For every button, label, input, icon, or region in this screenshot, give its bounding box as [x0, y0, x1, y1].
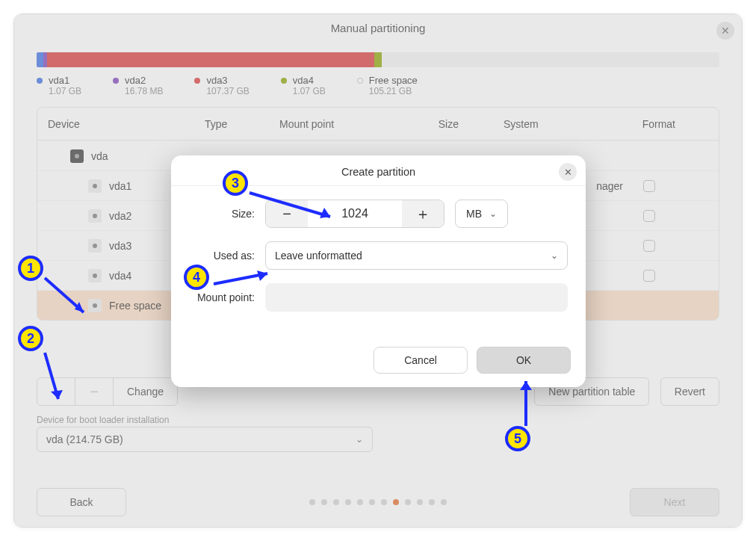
dialog-close-button[interactable]: ✕	[559, 163, 577, 181]
col-device: Device	[48, 118, 205, 130]
format-checkbox[interactable]	[643, 180, 655, 192]
col-type: Type	[205, 118, 279, 130]
next-button[interactable]: Next	[630, 488, 719, 516]
back-button[interactable]: Back	[37, 488, 126, 516]
mount-point-label: Mount point:	[189, 291, 255, 303]
page-header: Manual partitioning ✕	[14, 14, 742, 39]
legend-item: vda216.78 MB	[113, 75, 163, 96]
mount-point-input	[265, 283, 568, 312]
footer: Back Next	[14, 488, 742, 516]
table-header: Device Type Mount point Size System Form…	[37, 108, 719, 140]
bootloader-label: Device for boot loader installation	[37, 415, 719, 425]
disk-icon	[70, 149, 84, 163]
disk-icon	[88, 239, 102, 253]
disk-icon	[88, 299, 102, 312]
bootloader: Device for boot loader installation vda …	[37, 415, 719, 452]
revert-button[interactable]: Revert	[660, 377, 719, 406]
legend-item: vda3107.37 GB	[194, 75, 249, 96]
col-size: Size	[391, 118, 459, 130]
legend-item: vda41.07 GB	[281, 75, 326, 96]
col-format: Format	[623, 118, 675, 130]
format-checkbox[interactable]	[643, 240, 655, 252]
size-decrement-button[interactable]: −	[266, 200, 308, 227]
dialog-header: Create partition ✕	[171, 155, 586, 186]
size-stepper[interactable]: − 1024 ＋	[265, 200, 444, 228]
disk-icon	[88, 269, 102, 282]
bar-seg-vda3	[47, 52, 375, 67]
legend: vda11.07 GB vda216.78 MB vda3107.37 GB v…	[37, 75, 719, 96]
used-as-label: Used as:	[189, 250, 255, 262]
format-checkbox[interactable]	[643, 270, 655, 282]
col-mount: Mount point	[279, 118, 391, 130]
remove-partition-button[interactable]: −	[75, 377, 114, 406]
format-checkbox[interactable]	[643, 210, 655, 222]
disk-icon	[88, 179, 102, 193]
size-input[interactable]: 1024	[308, 200, 402, 227]
disk-icon	[88, 209, 102, 223]
bar-seg-vda4	[374, 52, 381, 67]
size-label: Size:	[189, 208, 255, 220]
pager-dots	[126, 499, 630, 505]
ok-button[interactable]: OK	[477, 347, 571, 374]
change-partition-button[interactable]: Change	[113, 377, 178, 406]
size-unit-select[interactable]: MB ⌄	[455, 200, 508, 228]
bar-seg-vda1	[37, 52, 43, 67]
cancel-button[interactable]: Cancel	[374, 347, 468, 374]
page-title: Manual partitioning	[331, 22, 426, 34]
legend-item: vda11.07 GB	[37, 75, 81, 96]
chevron-down-icon: ⌄	[489, 208, 497, 219]
bootloader-select[interactable]: vda (214.75 GB) ⌄	[37, 427, 373, 452]
window-close-button[interactable]: ✕	[716, 22, 734, 40]
create-partition-dialog: Create partition ✕ Size: − 1024 ＋ MB ⌄ U…	[171, 155, 586, 387]
chevron-down-icon: ⌄	[551, 250, 558, 261]
legend-item: Free space105.21 GB	[357, 75, 418, 96]
dialog-title: Create partition	[341, 166, 415, 178]
used-as-select[interactable]: Leave unformatted ⌄	[265, 241, 568, 270]
disk-usage-bar	[37, 52, 719, 67]
col-system: System	[459, 118, 623, 130]
add-partition-button[interactable]: ＋	[37, 377, 75, 406]
size-increment-button[interactable]: ＋	[402, 200, 444, 227]
chevron-down-icon: ⌄	[356, 434, 363, 445]
